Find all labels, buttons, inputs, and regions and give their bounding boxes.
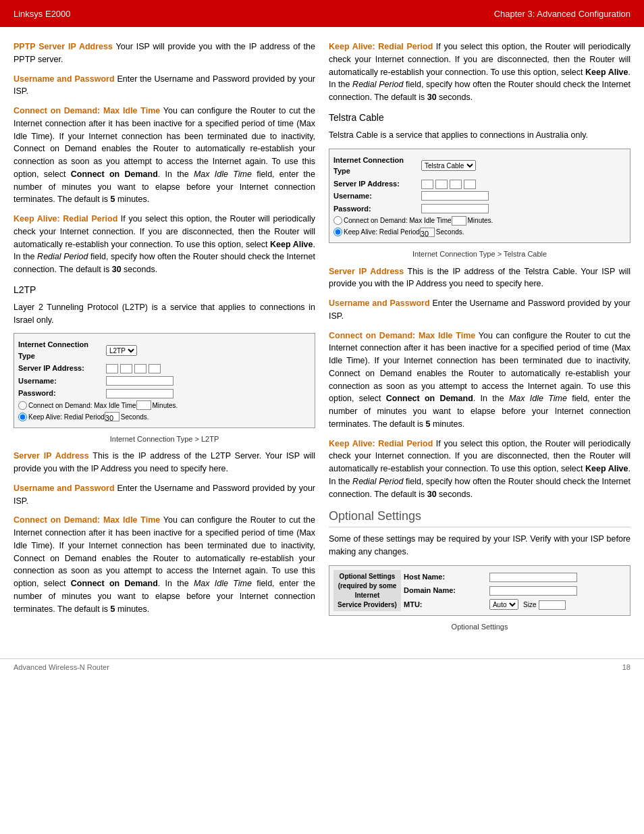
fig2-server-inputs — [421, 178, 476, 190]
left-column: PPTP Server IP Address Your ISP will pro… — [14, 41, 315, 638]
fig-type-row: Internet Connection Type L2TP — [18, 339, 311, 361]
fig2-type-select[interactable]: Telstra Cable — [421, 160, 476, 171]
fig-server-label: Server IP Address: — [18, 363, 106, 374]
fig2-password-row: Password: — [333, 203, 626, 215]
optional-section-title: Optional Settings — [329, 507, 630, 527]
footer-right: 18 — [622, 663, 630, 671]
fig1-caption: Internet Connection Type > L2TP — [14, 434, 315, 445]
fig-type-label: Internet Connection Type — [18, 339, 106, 361]
fig2-caption: Internet Connection Type > Telstra Cable — [329, 249, 630, 260]
fig2-username-label: Username: — [333, 190, 421, 202]
connect3-para: Connect on Demand: Max Idle Time You can… — [329, 330, 630, 431]
server-ip2-para: Server IP Address This is the IP address… — [329, 265, 630, 291]
username1-para: Username and Password Enter the Username… — [14, 73, 315, 99]
right-column: Keep Alive: Redial Period If you select … — [329, 41, 630, 638]
opt-label-cell: Optional Settings(required by some Inter… — [333, 570, 401, 612]
optional-table: Optional Settings(required by some Inter… — [333, 570, 626, 612]
l2tp-figure: Internet Connection Type L2TP Server IP … — [14, 333, 315, 428]
fig2-keep-row: Keep Alive: Redial Period 30 Seconds. — [333, 227, 626, 237]
fig-keep-row: Keep Alive: Redial Period 30 Seconds. — [18, 412, 311, 422]
telstra-heading: Telstra Cable — [329, 111, 630, 125]
fig2-connect-row: Connect on Demand: Max Idle Time Minutes… — [333, 215, 626, 226]
server-ip1-heading: Server IP Address — [14, 451, 89, 461]
fig2-username-row: Username: — [333, 190, 626, 202]
opt-host-row: Optional Settings(required by some Inter… — [333, 570, 626, 584]
username3-heading: Username and Password — [329, 298, 430, 308]
keep1-para: Keep Alive: Redial Period If you select … — [14, 213, 315, 276]
fig-password-label: Password: — [18, 388, 106, 399]
fig-password-row: Password: — [18, 388, 311, 399]
fig2-type-value: Telstra Cable — [421, 160, 476, 172]
opt-mtu-select[interactable]: Auto — [489, 599, 518, 610]
opt-mtu-label: MTU: — [401, 598, 487, 612]
connect1-para: Connect on Demand: Max Idle Time You can… — [14, 105, 315, 206]
username3-para: Username and Password Enter the Username… — [329, 297, 630, 323]
fig-connect-radio[interactable] — [18, 401, 27, 410]
opt-mtu-controls: Auto Size — [487, 598, 626, 612]
keep2-heading: Keep Alive: Redial Period — [329, 42, 433, 51]
fig3-caption: Optional Settings — [329, 621, 630, 633]
keep3-para: Keep Alive: Redial Period If you select … — [329, 438, 630, 501]
fig-keep-radio[interactable] — [18, 413, 27, 421]
connect1-heading: Connect on Demand: Max Idle Time — [14, 106, 160, 115]
opt-host-label: Host Name: — [401, 570, 487, 584]
fig2-connect-radio[interactable] — [333, 216, 342, 225]
fig-connect-label: Connect on Demand: Max Idle Time — [28, 400, 136, 411]
fig-connect-row: Connect on Demand: Max Idle Time Minutes… — [18, 400, 311, 411]
header-left: Linksys E2000 — [14, 9, 71, 19]
fig-keep-label: Keep Alive: Redial Period — [28, 412, 105, 422]
opt-domain-input — [487, 583, 626, 598]
username2-heading: Username and Password — [14, 484, 115, 493]
fig2-type-label: Internet Connection Type — [333, 155, 421, 177]
page-header: Linksys E2000 Chapter 3: Advanced Config… — [0, 0, 644, 27]
server-ip2-heading: Server IP Address — [329, 267, 404, 276]
header-right: Chapter 3: Advanced Configuration — [494, 9, 630, 19]
fig-username-row: Username: — [18, 375, 311, 387]
connect2-para: Connect on Demand: Max Idle Time You can… — [14, 514, 315, 615]
keep2-para: Keep Alive: Redial Period If you select … — [329, 41, 630, 104]
opt-host-input — [487, 570, 626, 584]
opt-domain-label: Domain Name: — [401, 583, 487, 598]
keep1-heading: Keep Alive: Redial Period — [14, 214, 117, 224]
fig2-keep-label: Keep Alive: Redial Period — [344, 227, 420, 237]
fig2-connect-label: Connect on Demand: Max Idle Time — [344, 215, 452, 226]
fig2-type-row: Internet Connection Type Telstra Cable — [333, 155, 626, 177]
fig2-password-label: Password: — [333, 203, 421, 215]
fig-username-label: Username: — [18, 375, 106, 387]
keep3-heading: Keep Alive: Redial Period — [329, 439, 433, 448]
connect2-heading: Connect on Demand: Max Idle Time — [14, 515, 160, 525]
l2tp-heading: L2TP — [14, 283, 315, 297]
optional-figure: Optional Settings(required by some Inter… — [329, 565, 630, 617]
pptp-para: PPTP Server IP Address Your ISP will pro… — [14, 41, 315, 66]
username1-heading: Username and Password — [14, 74, 115, 84]
opt-size-label: Size — [523, 601, 536, 608]
pptp-heading: PPTP Server IP Address — [14, 42, 113, 51]
fig2-server-row: Server IP Address: — [333, 178, 626, 190]
fig2-server-label: Server IP Address: — [333, 178, 421, 190]
optional-text: Some of these settings may be required b… — [329, 533, 630, 558]
connect3-heading: Connect on Demand: Max Idle Time — [329, 331, 475, 340]
server-ip1-para: Server IP Address This is the IP address… — [14, 450, 315, 475]
username2-para: Username and Password Enter the Username… — [14, 482, 315, 508]
page-footer: Advanced Wireless-N Router 18 — [0, 658, 644, 675]
fig-server-inputs — [106, 363, 161, 374]
fig-server-row: Server IP Address: — [18, 363, 311, 374]
main-content: PPTP Server IP Address Your ISP will pro… — [0, 27, 644, 652]
l2tp-text: Layer 2 Tunneling Protocol (L2TP) is a s… — [14, 301, 315, 327]
footer-left: Advanced Wireless-N Router — [14, 663, 109, 671]
telstra-text: Telstra Cable is a service that applies … — [329, 129, 630, 142]
fig-type-value: L2TP — [106, 345, 137, 357]
telstra-figure: Internet Connection Type Telstra Cable S… — [329, 149, 630, 244]
fig2-keep-radio[interactable] — [333, 228, 342, 236]
fig-type-select[interactable]: L2TP — [106, 345, 137, 356]
